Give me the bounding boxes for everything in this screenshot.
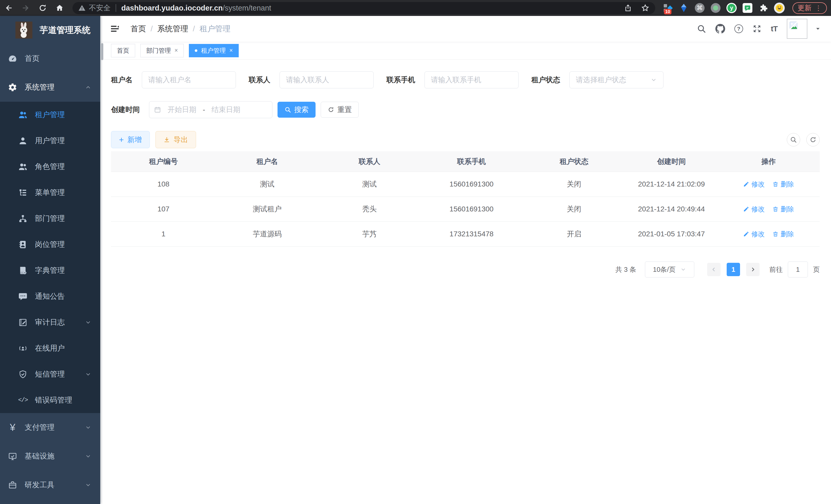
avatar-caret-icon[interactable] <box>815 26 821 32</box>
kite-extension-icon[interactable] <box>678 3 689 13</box>
fullscreen-icon[interactable] <box>752 24 762 33</box>
cell-actions: 修改 删除 <box>717 180 820 189</box>
github-icon[interactable] <box>715 24 725 34</box>
extensions-puzzle-icon[interactable] <box>758 3 769 13</box>
sidebar-item-label: 错误码管理 <box>35 395 72 405</box>
sidebar: 芋道管理系统 首页 系统管理 租户管理 <box>0 16 100 504</box>
calendar-icon <box>154 106 161 113</box>
recorder-extension-icon[interactable] <box>710 3 721 13</box>
delete-link[interactable]: 删除 <box>772 180 794 189</box>
sidebar-item-role[interactable]: 角色管理 <box>0 154 100 180</box>
delete-link[interactable]: 删除 <box>772 205 794 214</box>
sidebar-item-dev-tools[interactable]: 研发工具 <box>0 471 100 499</box>
reload-icon[interactable] <box>38 3 47 12</box>
prev-page-button[interactable] <box>707 263 720 276</box>
status-select-control[interactable] <box>576 76 650 84</box>
bookmark-star-icon[interactable] <box>641 4 650 12</box>
tenant-name-label: 租户名 <box>111 75 133 85</box>
mobile-input[interactable] <box>425 71 519 88</box>
share-icon[interactable] <box>624 4 632 12</box>
delete-link[interactable]: 删除 <box>772 230 794 239</box>
chat-extension-icon[interactable] <box>742 3 753 13</box>
sidebar-item-system[interactable]: 系统管理 <box>0 73 100 102</box>
sidebar-item-notice[interactable]: 通知公告 <box>0 283 100 309</box>
infra-monitor-icon <box>8 451 18 461</box>
tag-home[interactable]: 首页 <box>111 44 135 57</box>
goto-page-input[interactable] <box>788 262 808 277</box>
sidebar-item-tenant[interactable]: 租户管理 <box>0 102 100 128</box>
chevron-down-icon <box>85 453 91 459</box>
sidebar-item-user[interactable]: 用户管理 <box>0 128 100 154</box>
sidebar-item-infra[interactable]: 基础设施 <box>0 442 100 471</box>
tag-tenant[interactable]: 租户管理 × <box>189 44 238 57</box>
sidebar-item-pay[interactable]: ¥ 支付管理 <box>0 413 100 442</box>
sidebar-item-dict[interactable]: 字典管理 <box>0 258 100 283</box>
sidebar-item-error-code[interactable]: </> 错误码管理 <box>0 387 100 413</box>
status-select[interactable] <box>569 71 663 88</box>
add-button[interactable]: + 新增 <box>111 131 150 148</box>
tasks-extension-icon[interactable]: 10 <box>662 3 673 13</box>
sidebar-item-sms[interactable]: 短信管理 <box>0 361 100 387</box>
tag-dept[interactable]: 部门管理 × <box>140 44 184 57</box>
tag-label: 部门管理 <box>146 47 171 55</box>
header-search-icon[interactable] <box>697 24 706 33</box>
create-time-range-picker[interactable]: - <box>149 101 273 118</box>
gear-icon <box>8 83 18 92</box>
security-label[interactable]: 不安全 <box>89 3 111 13</box>
end-date-input[interactable] <box>207 106 245 114</box>
current-page-button[interactable]: 1 <box>727 263 740 276</box>
cell-status: 开启 <box>523 229 625 239</box>
sidebar-item-dept[interactable]: 部门管理 <box>0 206 100 232</box>
tenant-name-input[interactable] <box>142 71 236 88</box>
tag-close-icon[interactable]: × <box>229 47 233 54</box>
font-size-icon[interactable]: tT <box>771 24 778 33</box>
sidebar-item-home[interactable]: 首页 <box>0 44 100 73</box>
breadcrumb-home[interactable]: 首页 <box>131 24 146 34</box>
contact-input-control[interactable] <box>286 76 367 84</box>
user-avatar[interactable] <box>787 19 807 39</box>
home-icon[interactable] <box>55 3 64 12</box>
dept-org-icon <box>18 214 28 224</box>
sidebar-item-audit-log[interactable]: 审计日志 <box>0 309 100 335</box>
mobile-input-control[interactable] <box>431 76 512 84</box>
next-page-button[interactable] <box>746 263 760 276</box>
toggle-search-icon[interactable] <box>787 133 800 146</box>
chevron-right-icon <box>749 266 756 273</box>
edit-link[interactable]: 修改 <box>743 230 765 239</box>
cell-tenant-id: 1 <box>111 230 216 238</box>
export-button[interactable]: 导出 <box>155 131 196 148</box>
sidebar-item-menu[interactable]: 菜单管理 <box>0 180 100 206</box>
navbar-actions: ? tT <box>697 19 821 39</box>
contact-input[interactable] <box>280 71 374 88</box>
insecure-warning-icon[interactable] <box>78 4 86 12</box>
sidebar-scrollbar[interactable] <box>101 43 103 60</box>
refresh-table-icon[interactable] <box>806 133 820 146</box>
sidebar-item-online-users[interactable]: 在线用户 <box>0 335 100 361</box>
profile-avatar-icon[interactable] <box>774 3 785 13</box>
sidebar-collapse-icon[interactable] <box>110 24 120 34</box>
search-button[interactable]: 搜索 <box>278 102 316 118</box>
notice-message-icon <box>18 292 28 301</box>
cell-contact: 芋艿 <box>319 229 420 239</box>
reset-button[interactable]: 重置 <box>321 102 359 118</box>
edit-pencil-icon <box>743 206 749 212</box>
browser-update-button[interactable]: 更新 ⋮ <box>793 2 827 14</box>
edit-link[interactable]: 修改 <box>743 205 765 214</box>
forward-icon[interactable] <box>21 3 30 12</box>
page-size-select[interactable]: 10条/页 <box>645 262 694 277</box>
sidebar-item-post[interactable]: 岗位管理 <box>0 232 100 258</box>
back-icon[interactable] <box>4 3 13 12</box>
cell-tenant-id: 107 <box>111 205 216 213</box>
url-text[interactable]: dashboard.yudao.iocoder.cn/system/tenant <box>121 4 271 12</box>
tag-close-icon[interactable]: × <box>174 47 178 54</box>
start-date-input[interactable] <box>163 106 201 114</box>
command-extension-icon[interactable]: ⌘ <box>694 3 705 13</box>
breadcrumb-system[interactable]: 系统管理 <box>157 24 188 34</box>
tenant-name-input-control[interactable] <box>148 76 229 84</box>
help-icon[interactable]: ? <box>735 24 743 33</box>
browser-menu-dots-icon[interactable]: ⋮ <box>815 4 822 12</box>
app-logo[interactable]: 芋道管理系统 <box>0 16 100 44</box>
y-extension-icon[interactable]: y <box>726 3 737 13</box>
edit-link[interactable]: 修改 <box>743 180 765 189</box>
address-bar[interactable]: 不安全 dashboard.yudao.iocoder.cn/system/te… <box>73 2 655 14</box>
